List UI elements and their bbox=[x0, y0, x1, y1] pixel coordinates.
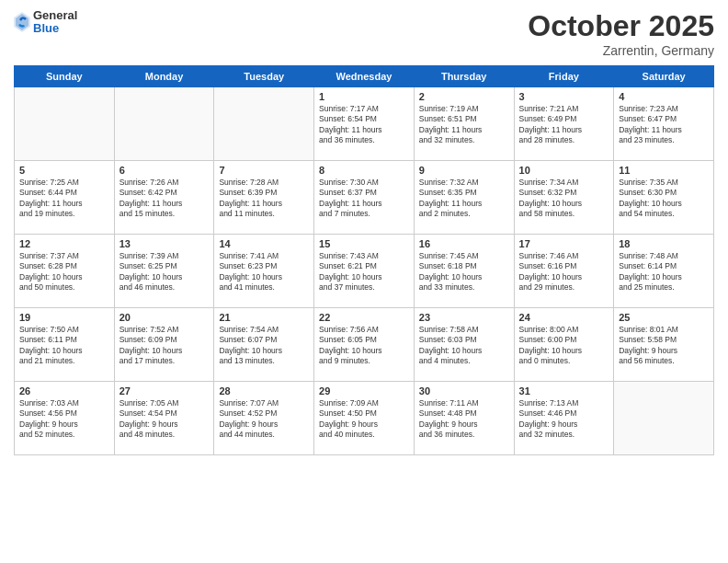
day-info: Sunrise: 7:39 AM Sunset: 6:25 PM Dayligh… bbox=[119, 251, 210, 293]
day-number: 8 bbox=[319, 165, 409, 176]
table-row: 13Sunrise: 7:39 AM Sunset: 6:25 PM Dayli… bbox=[114, 235, 214, 308]
table-row: 21Sunrise: 7:54 AM Sunset: 6:07 PM Dayli… bbox=[214, 308, 314, 382]
table-row: 5Sunrise: 7:25 AM Sunset: 6:44 PM Daylig… bbox=[15, 161, 115, 235]
table-row: 23Sunrise: 7:58 AM Sunset: 6:03 PM Dayli… bbox=[414, 308, 514, 382]
table-row: 28Sunrise: 7:07 AM Sunset: 4:52 PM Dayli… bbox=[214, 382, 314, 455]
day-number: 14 bbox=[219, 238, 309, 249]
table-row: 1Sunrise: 7:17 AM Sunset: 6:54 PM Daylig… bbox=[314, 87, 415, 161]
table-row: 27Sunrise: 7:05 AM Sunset: 4:54 PM Dayli… bbox=[114, 382, 214, 455]
day-info: Sunrise: 7:11 AM Sunset: 4:48 PM Dayligh… bbox=[419, 398, 509, 441]
calendar-week-3: 12Sunrise: 7:37 AM Sunset: 6:28 PM Dayli… bbox=[15, 235, 714, 308]
day-number: 29 bbox=[319, 385, 409, 396]
day-info: Sunrise: 7:05 AM Sunset: 4:54 PM Dayligh… bbox=[119, 398, 210, 441]
day-info: Sunrise: 7:26 AM Sunset: 6:42 PM Dayligh… bbox=[119, 178, 210, 220]
calendar-week-4: 19Sunrise: 7:50 AM Sunset: 6:11 PM Dayli… bbox=[15, 308, 714, 382]
day-number: 4 bbox=[619, 91, 709, 102]
title-section: October 2025 Zarrentin, Germany bbox=[528, 9, 714, 58]
table-row bbox=[15, 87, 115, 161]
calendar-week-1: 1Sunrise: 7:17 AM Sunset: 6:54 PM Daylig… bbox=[15, 87, 714, 161]
logo: General Blue bbox=[14, 9, 77, 36]
table-row: 7Sunrise: 7:28 AM Sunset: 6:39 PM Daylig… bbox=[214, 161, 314, 235]
col-wednesday: Wednesday bbox=[314, 66, 415, 87]
table-row: 6Sunrise: 7:26 AM Sunset: 6:42 PM Daylig… bbox=[114, 161, 214, 235]
day-number: 6 bbox=[119, 165, 210, 176]
day-info: Sunrise: 7:45 AM Sunset: 6:18 PM Dayligh… bbox=[419, 251, 509, 293]
day-info: Sunrise: 7:03 AM Sunset: 4:56 PM Dayligh… bbox=[19, 398, 109, 441]
day-info: Sunrise: 7:46 AM Sunset: 6:16 PM Dayligh… bbox=[519, 251, 609, 293]
table-row: 4Sunrise: 7:23 AM Sunset: 6:47 PM Daylig… bbox=[614, 87, 714, 161]
col-sunday: Sunday bbox=[15, 66, 115, 87]
table-row: 26Sunrise: 7:03 AM Sunset: 4:56 PM Dayli… bbox=[15, 382, 115, 455]
day-number: 17 bbox=[519, 238, 609, 249]
day-info: Sunrise: 7:28 AM Sunset: 6:39 PM Dayligh… bbox=[219, 178, 309, 220]
table-row: 16Sunrise: 7:45 AM Sunset: 6:18 PM Dayli… bbox=[414, 235, 514, 308]
table-row bbox=[114, 87, 214, 161]
table-row: 17Sunrise: 7:46 AM Sunset: 6:16 PM Dayli… bbox=[514, 235, 614, 308]
col-friday: Friday bbox=[514, 66, 614, 87]
day-info: Sunrise: 7:07 AM Sunset: 4:52 PM Dayligh… bbox=[219, 398, 309, 441]
calendar-header: Sunday Monday Tuesday Wednesday Thursday… bbox=[15, 66, 714, 87]
logo-general: General bbox=[33, 9, 77, 22]
day-info: Sunrise: 7:43 AM Sunset: 6:21 PM Dayligh… bbox=[319, 251, 409, 293]
day-info: Sunrise: 7:32 AM Sunset: 6:35 PM Dayligh… bbox=[419, 178, 509, 220]
day-info: Sunrise: 7:54 AM Sunset: 6:07 PM Dayligh… bbox=[219, 325, 309, 367]
day-number: 7 bbox=[219, 165, 309, 176]
table-row: 2Sunrise: 7:19 AM Sunset: 6:51 PM Daylig… bbox=[414, 87, 514, 161]
table-row: 20Sunrise: 7:52 AM Sunset: 6:09 PM Dayli… bbox=[114, 308, 214, 382]
header: General Blue October 2025 Zarrentin, Ger… bbox=[14, 9, 714, 58]
day-number: 25 bbox=[619, 312, 709, 323]
table-row: 11Sunrise: 7:35 AM Sunset: 6:30 PM Dayli… bbox=[614, 161, 714, 235]
table-row: 14Sunrise: 7:41 AM Sunset: 6:23 PM Dayli… bbox=[214, 235, 314, 308]
day-number: 11 bbox=[619, 165, 709, 176]
day-info: Sunrise: 7:52 AM Sunset: 6:09 PM Dayligh… bbox=[119, 325, 210, 367]
day-info: Sunrise: 7:09 AM Sunset: 4:50 PM Dayligh… bbox=[319, 398, 409, 441]
location: Zarrentin, Germany bbox=[528, 43, 714, 58]
table-row: 3Sunrise: 7:21 AM Sunset: 6:49 PM Daylig… bbox=[514, 87, 614, 161]
col-saturday: Saturday bbox=[614, 66, 714, 87]
day-info: Sunrise: 7:58 AM Sunset: 6:03 PM Dayligh… bbox=[419, 325, 509, 367]
day-info: Sunrise: 7:41 AM Sunset: 6:23 PM Dayligh… bbox=[219, 251, 309, 293]
calendar-body: 1Sunrise: 7:17 AM Sunset: 6:54 PM Daylig… bbox=[15, 87, 714, 455]
day-number: 13 bbox=[119, 238, 210, 249]
table-row bbox=[214, 87, 314, 161]
day-info: Sunrise: 7:34 AM Sunset: 6:32 PM Dayligh… bbox=[519, 178, 609, 220]
day-info: Sunrise: 7:48 AM Sunset: 6:14 PM Dayligh… bbox=[619, 251, 709, 293]
day-number: 10 bbox=[519, 165, 609, 176]
day-number: 22 bbox=[319, 312, 409, 323]
day-info: Sunrise: 7:13 AM Sunset: 4:46 PM Dayligh… bbox=[519, 398, 609, 441]
day-info: Sunrise: 7:30 AM Sunset: 6:37 PM Dayligh… bbox=[319, 178, 409, 220]
day-number: 26 bbox=[19, 385, 109, 396]
day-number: 5 bbox=[19, 165, 109, 176]
day-number: 2 bbox=[419, 91, 509, 102]
day-number: 9 bbox=[419, 165, 509, 176]
table-row: 9Sunrise: 7:32 AM Sunset: 6:35 PM Daylig… bbox=[414, 161, 514, 235]
table-row: 22Sunrise: 7:56 AM Sunset: 6:05 PM Dayli… bbox=[314, 308, 415, 382]
table-row: 24Sunrise: 8:00 AM Sunset: 6:00 PM Dayli… bbox=[514, 308, 614, 382]
table-row: 31Sunrise: 7:13 AM Sunset: 4:46 PM Dayli… bbox=[514, 382, 614, 455]
day-number: 21 bbox=[219, 312, 309, 323]
table-row: 19Sunrise: 7:50 AM Sunset: 6:11 PM Dayli… bbox=[15, 308, 115, 382]
col-monday: Monday bbox=[114, 66, 214, 87]
calendar-week-5: 26Sunrise: 7:03 AM Sunset: 4:56 PM Dayli… bbox=[15, 382, 714, 455]
day-info: Sunrise: 7:56 AM Sunset: 6:05 PM Dayligh… bbox=[319, 325, 409, 367]
day-number: 31 bbox=[519, 385, 609, 396]
day-number: 20 bbox=[119, 312, 210, 323]
day-info: Sunrise: 8:01 AM Sunset: 5:58 PM Dayligh… bbox=[619, 325, 709, 367]
day-info: Sunrise: 7:17 AM Sunset: 6:54 PM Dayligh… bbox=[319, 104, 409, 146]
day-number: 24 bbox=[519, 312, 609, 323]
day-info: Sunrise: 7:23 AM Sunset: 6:47 PM Dayligh… bbox=[619, 104, 709, 146]
day-info: Sunrise: 7:50 AM Sunset: 6:11 PM Dayligh… bbox=[19, 325, 109, 367]
day-info: Sunrise: 7:19 AM Sunset: 6:51 PM Dayligh… bbox=[419, 104, 509, 146]
table-row bbox=[614, 382, 714, 455]
table-row: 25Sunrise: 8:01 AM Sunset: 5:58 PM Dayli… bbox=[614, 308, 714, 382]
day-number: 30 bbox=[419, 385, 509, 396]
day-number: 15 bbox=[319, 238, 409, 249]
table-row: 15Sunrise: 7:43 AM Sunset: 6:21 PM Dayli… bbox=[314, 235, 415, 308]
day-number: 16 bbox=[419, 238, 509, 249]
table-row: 8Sunrise: 7:30 AM Sunset: 6:37 PM Daylig… bbox=[314, 161, 415, 235]
day-number: 23 bbox=[419, 312, 509, 323]
day-number: 1 bbox=[319, 91, 409, 102]
col-thursday: Thursday bbox=[414, 66, 514, 87]
day-info: Sunrise: 7:25 AM Sunset: 6:44 PM Dayligh… bbox=[19, 178, 109, 220]
calendar-week-2: 5Sunrise: 7:25 AM Sunset: 6:44 PM Daylig… bbox=[15, 161, 714, 235]
